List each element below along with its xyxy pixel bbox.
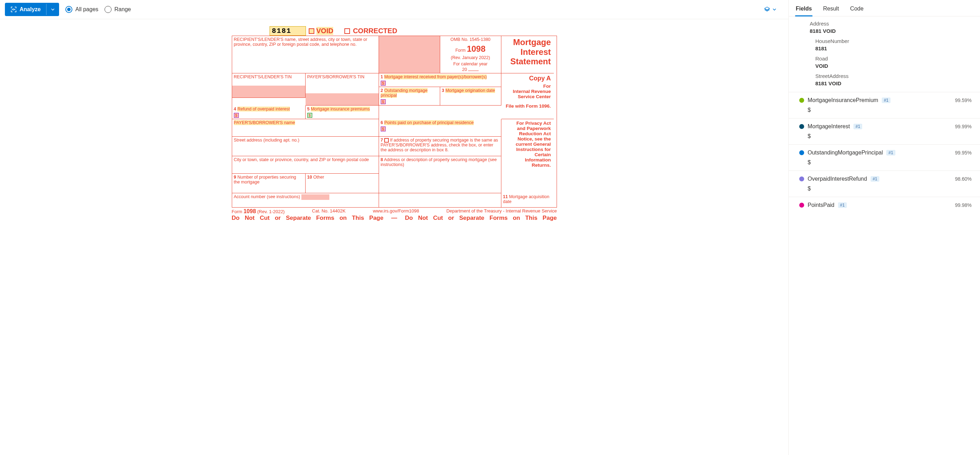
form-word: Form — [455, 48, 465, 53]
field-value: $ — [808, 133, 972, 140]
p5: current General — [504, 141, 551, 147]
box9: 9 Number of properties securing the mort… — [232, 174, 305, 193]
title-l1: Mortgage — [504, 37, 551, 47]
field-row[interactable]: PointsPaid #1 99.98% — [789, 197, 980, 213]
field-color-dot — [799, 176, 804, 181]
box11: 11 Mortgage acquisition date — [501, 193, 554, 207]
payer-name-label: PAYER'S/BORROWER'S name — [234, 120, 295, 125]
f-rev: (Rev. 1-2022) — [257, 209, 285, 214]
irs1: Internal Revenue — [504, 89, 551, 94]
analyze-dropdown[interactable] — [46, 4, 59, 15]
box6-no: 6 — [381, 120, 383, 125]
dollar-icon: $ — [234, 113, 239, 118]
field-name: MortgageInterest — [808, 124, 850, 130]
all-pages-label: All pages — [75, 6, 98, 13]
box10-no: 10 — [307, 175, 312, 180]
box4-no: 4 — [234, 106, 236, 111]
document-viewer[interactable]: 8181 VOID CORRECTED RECIPIENT'S/LENDER'S… — [0, 19, 788, 455]
void-checkbox — [309, 28, 314, 34]
box7: 7 If address of property securing mortga… — [379, 136, 501, 156]
all-pages-radio[interactable]: All pages — [65, 6, 98, 13]
layers-button[interactable] — [764, 6, 784, 13]
box3-no: 3 — [442, 88, 444, 93]
road-label: Road — [815, 55, 972, 62]
box8: 8 Address or description of property sec… — [379, 156, 501, 193]
tab-code[interactable]: Code — [850, 3, 864, 16]
for-line: For — [504, 84, 551, 89]
nocut2: Do Not Cut or Separate Forms on This Pag… — [405, 214, 557, 222]
box3: 3 Mortgage origination date — [440, 87, 501, 106]
chevron-down-icon — [51, 7, 55, 11]
year-prefix: 20 — [462, 67, 467, 72]
box5-no: 5 — [307, 106, 310, 111]
box7-checkbox — [384, 138, 389, 143]
field-row[interactable]: MortgageInsurancePremium #1 99.59% $ — [789, 92, 980, 118]
field-badge: #1 — [853, 124, 862, 129]
nocut-dash: — — [391, 214, 397, 222]
field-row[interactable]: OutstandingMortgagePrincipal #1 99.95% $ — [789, 144, 980, 171]
corrected-checkbox — [344, 28, 350, 34]
house-label: HouseNumber — [815, 38, 972, 44]
box3-label: Mortgage origination date — [445, 88, 495, 93]
f-url: www.irs.gov/Form1098 — [373, 208, 419, 214]
box4: 4 Refund of overpaid interest$ — [232, 106, 305, 119]
acct-label: Account number (see instructions) — [234, 194, 300, 199]
field-confidence: 99.59% — [955, 97, 972, 103]
copy-a: Copy A — [504, 75, 551, 82]
p3: Reduction Act — [504, 131, 551, 136]
box2-no: 2 — [381, 88, 383, 93]
box2-label: Outstanding mortgage principal — [381, 88, 428, 98]
omb-label: OMB No. 1545-1380 — [442, 37, 499, 42]
fields-list[interactable]: Address 8181 VOID HouseNumber 8181 Road … — [789, 16, 980, 455]
address-label: Address — [810, 21, 972, 27]
field-value: $ — [808, 107, 972, 113]
field-value: $ — [808, 185, 972, 192]
field-confidence: 98.60% — [955, 176, 972, 182]
field-badge: #1 — [838, 202, 847, 208]
box1-no: 1 — [381, 75, 383, 79]
box6: 6 Points paid on purchase of principal r… — [379, 119, 501, 136]
box11-no: 11 — [503, 194, 508, 199]
analyze-label: Analyze — [19, 6, 41, 13]
dollar-icon: $ — [381, 99, 386, 104]
box5-label: Mortgage insurance premiums — [311, 106, 370, 111]
f-1098: 1098 — [243, 208, 256, 214]
f-dept: Department of the Treasury - Internal Re… — [447, 208, 557, 214]
form-rev: (Rev. January 2022) — [442, 55, 499, 60]
p2: and Paperwork — [504, 126, 551, 131]
lender-tin-box: RECIPIENT'S/LENDER'S TIN — [232, 73, 305, 98]
p6: Instructions for — [504, 147, 551, 152]
box6-label: Points paid on purchase of principal res… — [384, 120, 474, 125]
lender-tin-label: RECIPIENT'S/LENDER'S TIN — [234, 75, 292, 79]
field-color-dot — [799, 98, 804, 103]
title-l2: Interest — [504, 47, 551, 57]
field-row[interactable]: MortgageInterest #1 99.99% $ — [789, 118, 980, 144]
tabs: Fields Result Code — [789, 0, 980, 16]
box1: 1 Mortgage interest received from payer(… — [379, 73, 501, 87]
city-label: City or town, state or province, country… — [234, 157, 369, 162]
chevron-down-icon — [772, 7, 776, 11]
address-value: 8181 VOID — [810, 28, 972, 34]
dollar-icon: $ — [381, 81, 386, 86]
analyze-button[interactable]: Analyze — [5, 3, 59, 16]
tab-fields[interactable]: Fields — [795, 3, 813, 16]
scan-icon — [11, 6, 17, 13]
field-row[interactable]: OverpaidInterestRefund #1 98.60% $ — [789, 171, 980, 197]
void-label: VOID — [317, 27, 334, 35]
p7: Certain — [504, 152, 551, 157]
box9-no: 9 — [234, 175, 236, 180]
box5: 5 Mortgage insurance premiums$ — [305, 106, 379, 119]
p1: For Privacy Act — [504, 120, 551, 126]
field-name: OverpaidInterestRefund — [808, 176, 867, 182]
field-name: OutstandingMortgagePrincipal — [808, 149, 883, 156]
street-label: Street address (including apt. no.) — [234, 138, 300, 143]
streetaddr-label: StreetAddress — [815, 73, 972, 79]
box9-label: Number of properties securing the mortga… — [234, 175, 296, 184]
document-pane: Analyze All pages Range — [0, 0, 789, 455]
range-radio[interactable]: Range — [105, 6, 131, 13]
tab-result[interactable]: Result — [822, 3, 840, 16]
box7-no: 7 — [381, 138, 383, 143]
f-form: Form — [232, 209, 242, 214]
box1-label: Mortgage interest received from payer(s)… — [384, 75, 487, 79]
street-box: Street address (including apt. no.) — [232, 136, 379, 156]
